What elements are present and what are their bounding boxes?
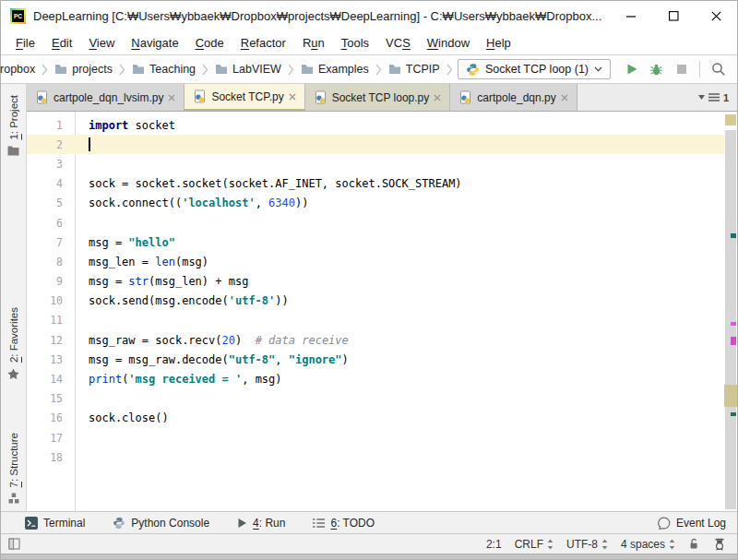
code-line-16[interactable]: 16sock.close() xyxy=(27,409,724,428)
line-number[interactable]: 12 xyxy=(27,334,75,347)
line-number[interactable]: 10 xyxy=(27,294,75,307)
bottom-tool-window-bar: TerminalPython Console4: Run6: TODO Even… xyxy=(1,511,737,533)
code-line-6[interactable]: 6 xyxy=(27,213,724,232)
stripe-mark[interactable] xyxy=(731,337,736,345)
code-line-2[interactable]: 2 xyxy=(27,135,724,154)
line-number[interactable]: 15 xyxy=(27,392,75,405)
code-line-10[interactable]: 10sock.send(msg.encode('utf-8')) xyxy=(27,292,724,311)
code-line-8[interactable]: 8msg_len = len(msg) xyxy=(27,252,724,271)
debug-button[interactable] xyxy=(645,58,668,80)
line-number[interactable]: 18 xyxy=(27,451,75,464)
code-line-14[interactable]: 14print('msg received = ', msg) xyxy=(27,369,724,388)
maximize-button[interactable] xyxy=(652,1,695,30)
code-line-9[interactable]: 9msg = str(msg_len) + msg xyxy=(27,272,724,292)
breadcrumb-tcpip[interactable]: TCPIP xyxy=(388,63,440,76)
caret-position-widget[interactable]: 2:1 xyxy=(486,538,502,551)
tab-cartpole-dqn-py[interactable]: cartpole_dqn.py xyxy=(450,84,577,111)
code-editor[interactable]: 1import socket234sock = socket.socket(so… xyxy=(27,112,737,511)
code-line-3[interactable]: 3 xyxy=(27,154,724,173)
stripe-mark[interactable] xyxy=(731,412,736,416)
menu-help[interactable]: Help xyxy=(478,36,519,50)
encoding-widget[interactable]: UTF-8 xyxy=(566,538,608,551)
line-number[interactable]: 16 xyxy=(27,411,75,424)
tab-close-icon[interactable] xyxy=(289,93,296,101)
line-number[interactable]: 8 xyxy=(27,256,75,268)
menu-navigate[interactable]: Navigate xyxy=(123,36,186,50)
line-number[interactable]: 7 xyxy=(27,236,75,249)
tab-close-icon[interactable] xyxy=(561,94,568,101)
line-number[interactable]: 13 xyxy=(27,353,75,366)
indent-widget[interactable]: 4 spaces xyxy=(621,538,675,551)
search-everywhere-button[interactable] xyxy=(707,58,730,80)
editor-scrollbar[interactable] xyxy=(724,112,737,511)
toolwindow-python-button[interactable]: Python Console xyxy=(113,517,209,530)
toolwindow-run-button[interactable]: 4: Run xyxy=(237,517,285,530)
toggle-toolwindow-bars-icon[interactable] xyxy=(8,538,20,550)
code-line-1[interactable]: 1import socket xyxy=(27,115,724,135)
line-number[interactable]: 5 xyxy=(27,197,75,209)
menu-window[interactable]: Window xyxy=(419,36,478,50)
code-line-12[interactable]: 12msg_raw = sock.recv(20) # data receive xyxy=(27,330,724,350)
stop-button[interactable] xyxy=(670,58,693,80)
code-line-11[interactable]: 11 xyxy=(27,311,724,330)
breadcrumb-label: Teaching xyxy=(149,63,196,76)
code-line-18[interactable]: 18 xyxy=(27,447,724,467)
menu-refactor[interactable]: Refactor xyxy=(232,36,294,50)
run-configuration-select[interactable]: Socket TCP loop (1) xyxy=(458,59,611,79)
code-line-17[interactable]: 17 xyxy=(27,428,724,447)
minimize-button[interactable] xyxy=(610,1,652,30)
code-line-5[interactable]: 5sock.connect(('localhost', 6340)) xyxy=(27,194,724,213)
hector-inspector-icon[interactable] xyxy=(713,538,726,551)
line-number[interactable]: 4 xyxy=(27,177,75,190)
line-separator-widget[interactable]: CRLF xyxy=(515,538,554,551)
tab-close-icon[interactable] xyxy=(168,94,175,101)
toolwindow-label: Python Console xyxy=(131,517,209,530)
code-line-7[interactable]: 7msg = "hello" xyxy=(27,232,724,252)
menu-code[interactable]: Code xyxy=(187,36,232,50)
inspection-indicator[interactable] xyxy=(725,114,736,125)
toolwindow-todo-button[interactable]: 6: TODO xyxy=(313,517,375,530)
menu-file[interactable]: File xyxy=(7,36,43,50)
stripe-caret-mark[interactable] xyxy=(724,385,737,407)
toolwindow-structure-button[interactable]: 7: Structure xyxy=(1,433,26,504)
tab-socket-tcp-py[interactable]: Socket TCP.py xyxy=(184,84,304,111)
breadcrumb-dropbox[interactable]: Dropbox xyxy=(0,63,35,76)
breadcrumb-labview[interactable]: LabVIEW xyxy=(215,63,281,76)
menu-vcs[interactable]: VCS xyxy=(377,36,419,50)
line-number[interactable]: 11 xyxy=(27,314,75,327)
menu-edit[interactable]: Edit xyxy=(43,36,80,50)
run-button[interactable] xyxy=(620,58,643,80)
tab-close-icon[interactable] xyxy=(434,94,441,101)
code-token: msg = msg_raw.decode( xyxy=(89,353,229,366)
toolwindow-favorites-button[interactable]: 2: Favorites xyxy=(1,307,26,380)
line-number[interactable]: 6 xyxy=(27,217,75,230)
stripe-mark[interactable] xyxy=(731,322,736,326)
toolwindow-project-button[interactable]: 1: Project xyxy=(1,95,26,156)
menu-tools[interactable]: Tools xyxy=(333,36,377,50)
code-line-13[interactable]: 13msg = msg_raw.decode("utf-8", "ignore"… xyxy=(27,350,724,369)
stripe-mark[interactable] xyxy=(731,233,736,238)
breadcrumb-projects[interactable]: projects xyxy=(54,63,113,76)
menu-run[interactable]: Run xyxy=(294,36,333,50)
line-number[interactable]: 17 xyxy=(27,432,75,445)
line-number[interactable]: 9 xyxy=(27,275,75,288)
breadcrumb-teaching[interactable]: Teaching xyxy=(132,63,196,76)
scrollbar-thumb[interactable] xyxy=(725,130,736,509)
code-token: msg = xyxy=(89,236,128,249)
menu-view[interactable]: View xyxy=(80,36,123,50)
unlock-icon[interactable] xyxy=(688,538,700,550)
code-token: sock.connect(( xyxy=(89,197,182,209)
breadcrumb-examples[interactable]: Examples xyxy=(301,63,369,76)
line-number[interactable]: 14 xyxy=(27,373,75,386)
close-button[interactable] xyxy=(695,1,737,30)
toolwindow-terminal-button[interactable]: Terminal xyxy=(25,517,85,530)
hidden-tabs-button[interactable]: 1 xyxy=(698,84,737,111)
tab-socket-tcp-loop-py[interactable]: Socket TCP loop.py xyxy=(305,84,451,111)
code-line-15[interactable]: 15 xyxy=(27,389,724,409)
code-line-4[interactable]: 4sock = socket.socket(socket.AF_INET, so… xyxy=(27,174,724,194)
event-log-button[interactable]: Event Log xyxy=(658,517,726,530)
line-number[interactable]: 3 xyxy=(27,158,75,171)
tab-cartpole-dqn-lvsim-py[interactable]: cartpole_dqn_lvsim.py xyxy=(27,84,184,111)
line-number[interactable]: 1 xyxy=(27,119,75,132)
line-number[interactable]: 2 xyxy=(27,138,75,151)
